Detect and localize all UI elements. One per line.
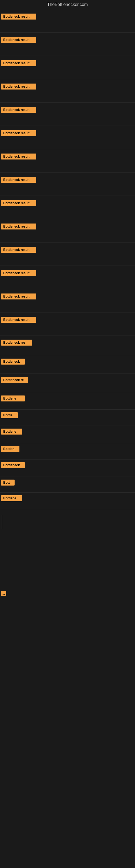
bottleneck-badge[interactable]: Bottleneck: [1, 462, 25, 468]
bottleneck-badge[interactable]: Bottleneck result: [1, 270, 36, 276]
bottleneck-badge[interactable]: Bottleneck re: [1, 377, 28, 383]
list-item: Bottlene: [0, 392, 135, 410]
bottleneck-badge[interactable]: Bottleneck result: [1, 293, 36, 300]
list-item: Bottleneck: [0, 460, 135, 477]
list-item: Bottleneck result: [0, 219, 135, 243]
bottleneck-badge[interactable]: Bottleneck result: [1, 13, 36, 20]
list-item: Bottleneck result: [0, 33, 135, 56]
bottleneck-badge[interactable]: Bottle: [1, 412, 18, 418]
list-item: Bottleneck result: [0, 289, 135, 312]
list-item: Bottleneck re: [0, 374, 135, 392]
list-item: Bottleneck result: [0, 243, 135, 266]
bottleneck-badge[interactable]: Bott: [1, 479, 14, 486]
bottleneck-badge[interactable]: Bottlene: [1, 429, 22, 435]
bottleneck-badge[interactable]: Bottleneck result: [1, 130, 36, 136]
list-item: Bottleneck result: [0, 56, 135, 79]
list-item: Bottleneck result: [0, 126, 135, 149]
list-item: Bottleneck res: [0, 336, 135, 355]
bottleneck-badge[interactable]: Bottleneck result: [1, 154, 36, 159]
list-item: Bottleneck result: [0, 149, 135, 173]
bottleneck-badge[interactable]: Bottleneck result: [1, 247, 36, 253]
bottleneck-badge[interactable]: Bottlen: [1, 446, 19, 452]
spacer-4: [0, 815, 135, 868]
bottleneck-badge[interactable]: Bottleneck: [1, 359, 25, 365]
bottleneck-badge[interactable]: Bottleneck result: [1, 200, 36, 206]
list-item: Bottleneck result: [0, 266, 135, 289]
bottleneck-badge[interactable]: Bottleneck result: [1, 37, 36, 43]
small-bottleneck-badge[interactable]: ...: [1, 591, 6, 596]
spacer-3: [0, 707, 135, 815]
list-item: Bottleneck result: [0, 196, 135, 219]
list-item: Bottleneck result: [0, 102, 135, 126]
list-item: Bottleneck result: [0, 312, 135, 336]
small-badge-area: ...: [0, 589, 135, 598]
bottleneck-badge[interactable]: Bottleneck result: [1, 177, 36, 183]
bottleneck-badge[interactable]: Bottlene: [1, 495, 22, 501]
list-item: Bottlen: [0, 443, 135, 460]
spacer-2: [0, 598, 135, 707]
bottleneck-badge[interactable]: Bottleneck res: [1, 340, 32, 346]
list-item: Bottleneck result: [0, 173, 135, 196]
vertical-divider: [0, 510, 135, 534]
site-title: TheBottlenecker.com: [0, 0, 135, 9]
list-item: Bott: [0, 477, 135, 493]
list-item: Bottleneck: [0, 355, 135, 374]
spacer-1: [0, 534, 135, 589]
list-item: Bottlene: [0, 493, 135, 510]
bottleneck-badge[interactable]: Bottleneck result: [1, 60, 36, 66]
list-item: Bottleneck result: [0, 79, 135, 102]
bottleneck-badge[interactable]: Bottleneck result: [1, 107, 36, 113]
bottleneck-badge[interactable]: Bottlene: [1, 396, 25, 401]
list-item: Bottle: [0, 410, 135, 426]
list-item: Bottlene: [0, 426, 135, 443]
bottleneck-badge[interactable]: Bottleneck result: [1, 317, 36, 323]
list-item: Bottleneck result: [0, 9, 135, 33]
page-wrapper: TheBottlenecker.com Bottleneck result Bo…: [0, 0, 135, 868]
bottleneck-badge[interactable]: Bottleneck result: [1, 223, 36, 229]
bottleneck-badge[interactable]: Bottleneck result: [1, 84, 36, 90]
